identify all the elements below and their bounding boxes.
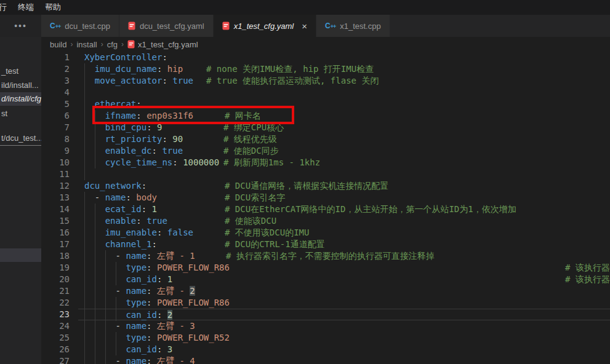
close-icon[interactable]: × [302, 22, 307, 31]
code-line-23[interactable]: 23 can_id: 2 [41, 309, 610, 320]
sidebar-item-ild/install...[interactable]: ild/install... [0, 79, 41, 92]
code-line-10[interactable]: 10 cycle_time_ns: 1000000# 刷新周期1ms - 1kh… [41, 157, 610, 168]
token-k: ethercat [95, 99, 136, 109]
code-line-16[interactable]: 16 imu_enable: false# 不使用该DCU的IMU [41, 227, 610, 239]
tab-dcu_test.cpp[interactable]: C++dcu_test.cpp [41, 15, 119, 37]
line-number: 3 [41, 75, 78, 87]
code-line-2[interactable]: 2 imu_dcu_name: hip# none 关闭IMU检查, hip 打… [41, 63, 610, 75]
sidebar-item-_test[interactable]: _test [0, 65, 41, 78]
code-line-11[interactable]: 11 [41, 168, 610, 180]
line-content: XyberController: [78, 52, 610, 63]
code-line-7[interactable]: 7 bind_cpu: 9# 绑定CPU核心 [41, 122, 610, 133]
code-line-21[interactable]: 21 - name: 左臂 - 2 [41, 285, 610, 297]
token-p: : [157, 344, 167, 354]
indent-guide [84, 250, 95, 262]
code-line-8[interactable]: 8 rt_priority: 90# 线程优先级 [41, 133, 610, 145]
line-number: 24 [41, 320, 78, 332]
line-content [78, 87, 610, 98]
token-p: : [146, 251, 157, 261]
line-content: - name: 左臂 - 3 [78, 320, 610, 332]
comment: # none 关闭IMU检查, hip 打开IMU检查 [206, 63, 374, 75]
comment: # 线程优先级 [223, 133, 277, 145]
token-n: 1 [152, 204, 157, 214]
line-number: 15 [41, 215, 78, 227]
indent-guide [95, 122, 105, 133]
editor-tab-bar: ••• C++dcu_test.cppdcu_test_cfg.yamlx1_t… [0, 15, 610, 37]
indent-guide [84, 344, 95, 355]
sidebar-item-t/dcu_test...[interactable]: t/dcu_test... [0, 132, 41, 146]
code-line-20[interactable]: 20 can_id: 1# 该执行器的CAN ID [41, 274, 610, 285]
explorer-sidebar: _testild/install...d/install/cfgstt/dcu_… [0, 37, 41, 364]
indent-guide [116, 309, 126, 321]
token-p: : [146, 333, 157, 342]
indent-guide [116, 332, 126, 344]
sidebar-item-d/install/cfg[interactable]: d/install/cfg [0, 92, 41, 106]
line-number: 21 [41, 285, 78, 297]
comment: # 不使用该DCU的IMU [225, 227, 309, 239]
line-content: ecat_id: 1# DCU在EtherCAT网络中的ID，从主站开始，第一个… [78, 204, 610, 215]
more-actions-icon[interactable]: ••• [14, 23, 27, 29]
code-line-15[interactable]: 15 enable: true# 使能该DCU [41, 215, 610, 227]
token-k: imu_dcu_name [95, 64, 157, 74]
tab-dcu_test_cfg.yaml[interactable]: dcu_test_cfg.yaml [119, 15, 214, 37]
code-line-26[interactable]: 26 can_id: 3 [41, 344, 610, 355]
breadcrumb-item-install[interactable]: install [76, 40, 97, 49]
code-line-13[interactable]: 13 - name: body# DCU索引名字 [41, 192, 610, 204]
comment: # 该执行器的CAN ID [565, 274, 610, 285]
breadcrumb-item-file[interactable]: x1_test_cfg.yaml [127, 40, 198, 49]
indent-guide [84, 274, 95, 285]
token-n: 3 [167, 344, 172, 354]
code-line-18[interactable]: 18 - name: 左臂 - 1# 执行器索引名字，不需要控制的执行器可直接注… [41, 250, 610, 262]
code-line-19[interactable]: 19 type: POWER_FLOW_R86# 该执行器的类型 [41, 262, 610, 274]
tab-label: dcu_test.cpp [65, 22, 110, 31]
token-k: can_id [126, 344, 157, 354]
line-number: 26 [41, 344, 78, 355]
token-hn: 2 [167, 310, 172, 320]
token-k: name [126, 251, 146, 261]
code-line-4[interactable]: 4 [41, 87, 610, 98]
breadcrumb-item-build[interactable]: build [50, 40, 66, 49]
indent-guide [95, 227, 105, 239]
tab-x1_test.cpp[interactable]: C++x1_test.cpp [316, 15, 390, 37]
tab-label: dcu_test_cfg.yaml [140, 22, 204, 31]
breadcrumb-item-cfg[interactable]: cfg [107, 40, 118, 49]
token-n: 1 [167, 274, 172, 284]
code-line-24[interactable]: 24 - name: 左臂 - 3 [41, 320, 610, 332]
line-number: 11 [41, 168, 78, 180]
token-p: : [157, 310, 167, 320]
code-line-9[interactable]: 9 enable_dc: true# 使能DC同步 [41, 145, 610, 157]
menu-item-terminal[interactable]: 终端 [12, 0, 39, 15]
token-s: enp0s31f6 [146, 111, 193, 121]
menu-item-run[interactable]: 行 [0, 0, 12, 15]
code-line-3[interactable]: 3 move_actuator: true# true 使能执行器运动测试, f… [41, 75, 610, 87]
indent-guide [84, 227, 95, 239]
code-line-1[interactable]: 1XyberController: [41, 52, 610, 63]
code-line-22[interactable]: 22 type: POWER_FLOW_R86 [41, 297, 610, 309]
code-line-5[interactable]: 5 ethercat: [41, 98, 610, 110]
code-line-27[interactable]: 27 - name: 左臂 - 4 [41, 355, 610, 364]
sidebar-item-st[interactable]: st [0, 107, 41, 121]
indent-guide [84, 320, 95, 332]
tab-x1_test_cfg.yaml[interactable]: x1_test_cfg.yaml× [214, 15, 316, 37]
token-k: channel_1 [105, 239, 152, 249]
code-editor[interactable]: 1XyberController:2 imu_dcu_name: hip# no… [41, 52, 610, 364]
comment: # DCU的CTRL-1通道配置 [225, 239, 325, 250]
token-n: 90 [172, 134, 183, 144]
code-line-6[interactable]: 6 ifname: enp0s31f6# 网卡名 [41, 110, 610, 122]
menu-item-help[interactable]: 帮助 [39, 0, 66, 15]
code-line-25[interactable]: 25 type: POWER_FLOW_R52 [41, 332, 610, 344]
line-content: type: POWER_FLOW_R52 [78, 332, 610, 344]
code-line-12[interactable]: 12dcu_network:# DCU通信网络，请根据实机连接情况配置 [41, 180, 610, 192]
line-content: enable: true# 使能该DCU [78, 215, 610, 227]
token-p: : [126, 192, 136, 202]
breadcrumb-separator: › [70, 40, 73, 49]
tab-label: x1_test_cfg.yaml [234, 22, 294, 31]
line-number: 25 [41, 332, 78, 344]
token-p: : [142, 204, 152, 214]
code-line-17[interactable]: 17 channel_1:# DCU的CTRL-1通道配置 [41, 239, 610, 250]
yaml-file-icon [128, 22, 135, 30]
sidebar-item-blank-5[interactable] [0, 248, 41, 262]
line-content: rt_priority: 90# 线程优先级 [78, 133, 610, 145]
token-k: name [126, 356, 146, 364]
code-line-14[interactable]: 14 ecat_id: 1# DCU在EtherCAT网络中的ID，从主站开始，… [41, 204, 610, 215]
